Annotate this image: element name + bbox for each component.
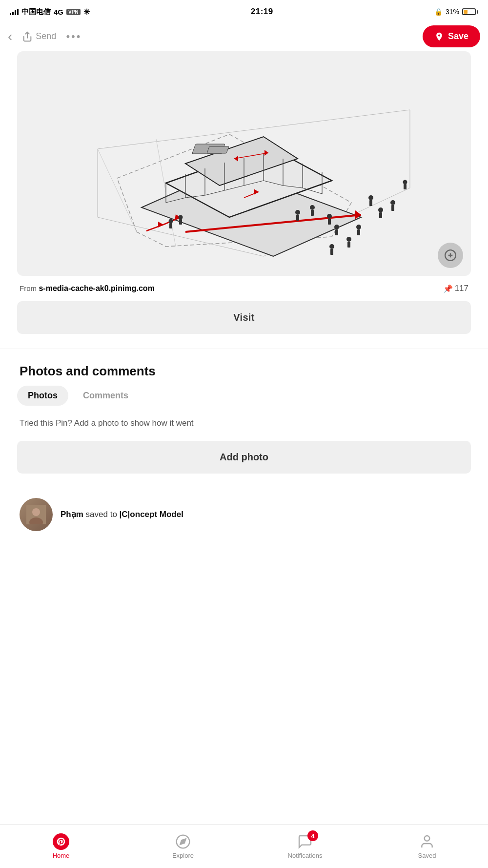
pin-count-icon: 📌 [443, 284, 453, 293]
section-title: Photos and comments [0, 354, 488, 386]
svg-rect-64 [169, 223, 172, 228]
send-button[interactable]: Send [22, 31, 56, 42]
top-nav: ‹ Send ••• Save [0, 21, 488, 51]
svg-rect-46 [311, 210, 314, 216]
svg-rect-48 [328, 219, 331, 225]
expand-button[interactable] [438, 243, 463, 268]
explore-icon [175, 833, 191, 850]
home-label: Home [53, 852, 70, 859]
signal-icon [10, 8, 19, 15]
try-pin-text: Tried this Pin? Add a photo to show how … [0, 415, 488, 441]
svg-point-67 [403, 180, 407, 185]
architectural-sketch [17, 51, 471, 276]
board-name[interactable]: |C|oncept Model [120, 510, 183, 519]
send-label: Send [36, 31, 56, 41]
source-info: From s-media-cache-ak0.pinimg.com [20, 284, 155, 293]
svg-rect-56 [391, 205, 394, 211]
tab-saved[interactable]: Saved [407, 833, 447, 859]
notification-badge: 4 [307, 830, 318, 841]
save-count: 📌 117 [443, 284, 468, 293]
svg-point-43 [295, 210, 300, 215]
visit-label: Visit [233, 312, 254, 323]
battery-percent: 31% [446, 8, 459, 16]
avatar-image [26, 505, 46, 524]
tab-photos[interactable]: Photos [17, 386, 68, 406]
source-domain[interactable]: s-media-cache-ak0.pinimg.com [39, 284, 154, 292]
divider [0, 349, 488, 349]
add-photo-label: Add photo [220, 452, 268, 462]
tabs-row: Photos Comments [0, 386, 488, 415]
svg-rect-58 [357, 229, 360, 235]
svg-point-49 [334, 225, 339, 229]
source-prefix: From [20, 284, 37, 292]
expand-icon [444, 249, 457, 262]
svg-point-55 [390, 200, 395, 205]
visit-button[interactable]: Visit [17, 301, 471, 334]
pin-image [17, 51, 471, 276]
loading-icon: ✳ [83, 7, 90, 17]
saved-by-row: Phạm saved to |C|oncept Model [0, 488, 488, 541]
status-time: 21:19 [251, 7, 273, 17]
status-bar: 中国电信 4G VPN ✳ 21:19 🔒 31% [0, 0, 488, 21]
carrier-label: 中国电信 [21, 7, 51, 17]
network-label: 4G [54, 8, 63, 16]
svg-point-51 [368, 195, 373, 200]
notifications-label: Notifications [288, 852, 323, 859]
person-icon-svg [419, 834, 435, 849]
notifications-icon: 4 [297, 833, 313, 850]
saved-label: Saved [418, 852, 436, 859]
svg-rect-66 [179, 219, 182, 225]
svg-rect-44 [296, 215, 299, 221]
svg-rect-54 [379, 212, 382, 218]
pin-icon [434, 32, 444, 41]
status-left: 中国电信 4G VPN ✳ [10, 7, 90, 17]
share-icon [22, 31, 33, 42]
svg-marker-76 [180, 839, 185, 844]
svg-rect-16 [207, 146, 229, 153]
user-name[interactable]: Phạm [61, 510, 83, 519]
bottom-tab-bar: Home Explore 4 Notifications Saved [0, 824, 488, 868]
svg-point-53 [378, 207, 383, 212]
svg-rect-62 [330, 249, 333, 255]
svg-rect-50 [335, 229, 338, 235]
battery-icon [462, 8, 478, 15]
nav-left: ‹ Send ••• [8, 29, 81, 44]
svg-point-65 [179, 215, 183, 220]
tab-home[interactable]: Home [41, 833, 81, 859]
pinterest-p-icon [56, 837, 66, 847]
svg-point-77 [425, 836, 430, 841]
home-icon [53, 833, 69, 850]
tab-explore[interactable]: Explore [163, 833, 203, 859]
svg-point-59 [346, 237, 351, 242]
vpn-badge: VPN [66, 9, 81, 15]
svg-point-73 [32, 508, 40, 516]
compass-icon-svg [175, 834, 191, 849]
privacy-icon: 🔒 [434, 8, 443, 16]
save-button[interactable]: Save [423, 25, 480, 47]
save-label: Save [448, 31, 468, 41]
svg-point-45 [310, 205, 315, 210]
saved-action: saved to [86, 510, 120, 519]
add-photo-button[interactable]: Add photo [17, 441, 471, 474]
status-right: 🔒 31% [434, 8, 478, 16]
svg-rect-52 [369, 200, 372, 206]
saved-icon [419, 833, 435, 850]
back-button[interactable]: ‹ [8, 29, 12, 44]
svg-point-61 [329, 244, 334, 249]
tab-notifications[interactable]: 4 Notifications [285, 833, 325, 859]
user-avatar[interactable] [20, 498, 53, 531]
tab-comments[interactable]: Comments [72, 386, 139, 406]
save-count-number: 117 [455, 284, 468, 293]
saved-text: Phạm saved to |C|oncept Model [61, 509, 183, 520]
svg-point-47 [327, 214, 332, 219]
svg-rect-68 [404, 184, 407, 189]
explore-label: Explore [172, 852, 194, 859]
svg-point-63 [169, 219, 173, 224]
svg-rect-60 [347, 242, 350, 248]
svg-point-57 [356, 225, 361, 229]
source-row: From s-media-cache-ak0.pinimg.com 📌 117 [0, 276, 488, 301]
more-button[interactable]: ••• [66, 30, 81, 43]
